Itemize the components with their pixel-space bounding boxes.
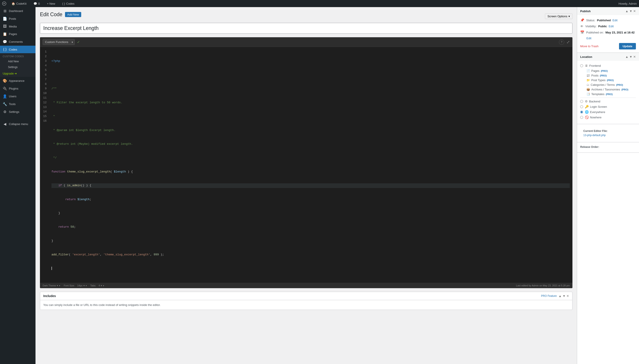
page-header: Edit Code Add New: [40, 12, 81, 18]
post-types-pro-badge[interactable]: (PRO): [607, 79, 614, 82]
location-label-login[interactable]: 🔑 Login Screen: [585, 105, 607, 108]
location-close[interactable]: ✕: [633, 55, 636, 58]
admin-bar-site[interactable]: 🏠 CodeKit: [10, 0, 28, 7]
includes-pro-label[interactable]: PRO Feature: [541, 294, 557, 298]
code-type-wrapper[interactable]: Custom Functions: [43, 39, 75, 45]
sidebar-item-settings[interactable]: Settings: [0, 64, 36, 70]
visibility-edit-link[interactable]: Edit: [609, 24, 613, 28]
visibility-row: 👁 Visibility: Public Edit: [580, 24, 636, 28]
published-edit-link[interactable]: Edit: [586, 36, 591, 40]
sidebar-item-media[interactable]: 🖼 Media: [0, 22, 36, 30]
sidebar-item-add-new[interactable]: Add New: [0, 58, 36, 64]
post-types-sub-icon: 📁: [586, 78, 590, 82]
codes-label: Codes: [66, 2, 75, 5]
admin-bar-codes[interactable]: { } Codes: [61, 0, 76, 7]
screen-options-button[interactable]: Screen Options ▾: [545, 14, 572, 19]
location-radio-backend[interactable]: [580, 100, 583, 103]
custom-codes-title: Custom Codes: [0, 53, 36, 58]
includes-toggle-icons: ▲ ▼ ✕: [558, 294, 569, 298]
upgrade-label: Upgrade ➜: [3, 72, 17, 75]
publish-arrow-up[interactable]: ▲: [625, 9, 628, 13]
check-icon[interactable]: ✓: [77, 40, 80, 44]
sidebar-label-codes: Codes: [9, 48, 17, 51]
published-label: Published on:: [586, 31, 604, 34]
includes-text: You can simply include a file or URL to …: [43, 303, 161, 306]
location-title: Location: [580, 55, 592, 58]
code-content[interactable]: <?php /** * Filter the excerpt length to…: [49, 50, 572, 280]
location-label-frontend[interactable]: 🖥 Frontend: [585, 64, 601, 68]
code-type-select[interactable]: Custom Functions: [43, 39, 75, 45]
sidebar-upgrade[interactable]: Upgrade ➜: [0, 70, 36, 77]
fullscreen-button[interactable]: ⤢: [566, 40, 570, 44]
includes-box-header[interactable]: Includes PRO Feature ▲ ▼ ✕: [40, 292, 572, 300]
admin-bar-comments[interactable]: 💬 0: [32, 0, 42, 7]
admin-bar-new[interactable]: + New: [45, 0, 57, 7]
add-new-button[interactable]: Add New: [65, 12, 81, 17]
includes-close[interactable]: ✕: [566, 294, 569, 298]
sidebar-item-comments[interactable]: 💬 Comments: [0, 38, 36, 46]
current-file-label: Current Editor File:: [583, 130, 633, 132]
wp-logo[interactable]: [2, 2, 6, 6]
location-arrow-down[interactable]: ▼: [629, 55, 632, 58]
location-sub-frontend: 📄 Pages (PRO) 📰 Posts (PRO) 📁 Post Types…: [586, 69, 636, 96]
includes-collapse-up[interactable]: ▲: [558, 294, 562, 298]
templates-pro-badge[interactable]: (PRO): [606, 93, 612, 96]
visibility-value: Public: [598, 24, 607, 28]
sidebar: ⊞ Dashboard 📄 Posts 🖼 Media 📋 Pages 💬 Co…: [0, 7, 36, 364]
sidebar-item-users[interactable]: 👤 Users: [0, 92, 36, 100]
categories-sub-icon: 🗂: [586, 83, 589, 86]
theme-dropdown[interactable]: Dark Theme ▾: [43, 284, 60, 287]
archives-sub-text: Archives / Taxonomies: [591, 88, 620, 91]
location-sub-pages: 📄 Pages (PRO): [586, 69, 636, 72]
current-editor-content: Current Editor File: 13-php-default.php: [580, 126, 636, 140]
screen-options-arrow: ▾: [568, 15, 570, 18]
font-size-dropdown[interactable]: Font Size: 14px ▾: [64, 284, 87, 287]
location-arrow-up[interactable]: ▲: [625, 55, 628, 58]
trash-link[interactable]: Move to Trash: [580, 44, 598, 48]
status-edit-link[interactable]: Edit: [612, 18, 617, 22]
sidebar-collapse[interactable]: ◀ Collapse menu: [0, 120, 36, 128]
location-radio-login[interactable]: [580, 105, 583, 108]
sidebar-item-plugins[interactable]: 🔌 Plugins: [0, 85, 36, 92]
nowhere-text: Nowhere: [590, 116, 601, 119]
tabs-dropdown[interactable]: Tabs: 4 ▾: [90, 284, 104, 287]
categories-pro-badge[interactable]: (PRO): [616, 84, 623, 86]
location-label-backend[interactable]: ⚙ Backend: [585, 100, 600, 103]
title-input[interactable]: [40, 23, 572, 34]
sidebar-label-users: Users: [9, 95, 17, 98]
location-radio-nowhere[interactable]: [580, 116, 583, 119]
location-label-everywhere[interactable]: 🌐 Everywhere: [585, 110, 605, 114]
includes-collapse-down[interactable]: ▼: [562, 294, 565, 298]
sidebar-item-tools[interactable]: 🔧 Tools: [0, 100, 36, 108]
sidebar-item-appearance[interactable]: 🎨 Appearance: [0, 77, 36, 85]
location-label-nowhere[interactable]: 🚫 Nowhere: [585, 116, 601, 119]
visibility-icon: 👁: [580, 24, 583, 28]
sidebar-item-dashboard[interactable]: ⊞ Dashboard: [0, 7, 36, 15]
backend-icon: ⚙: [585, 100, 588, 103]
pages-pro-badge[interactable]: (PRO): [601, 70, 608, 72]
sidebar-item-codes[interactable]: { } Codes: [0, 46, 36, 53]
frontend-text: Frontend: [589, 64, 601, 68]
frontend-icon: 🖥: [585, 64, 588, 68]
location-radio-everywhere[interactable]: [580, 110, 583, 114]
help-button[interactable]: ?: [559, 40, 564, 45]
current-file-link[interactable]: 13-php-default.php: [583, 134, 606, 137]
includes-content: You can simply include a file or URL to …: [40, 300, 572, 310]
location-radio-frontend[interactable]: [580, 64, 583, 67]
release-order-content: Release Order:: [577, 142, 639, 152]
publish-arrow-down[interactable]: ▼: [629, 9, 632, 13]
sidebar-item-pages[interactable]: 📋 Pages: [0, 30, 36, 38]
login-icon: 🔑: [585, 105, 589, 108]
publish-panel-header[interactable]: Publish ▲ ▼ ✕: [577, 7, 639, 15]
sidebar-item-posts[interactable]: 📄 Posts: [0, 15, 36, 22]
archives-pro-badge[interactable]: (PRO): [621, 88, 628, 91]
sidebar-label-settings: Settings: [9, 110, 19, 114]
location-panel-header[interactable]: Location ▲ ▼ ✕: [577, 53, 639, 61]
posts-pro-badge[interactable]: (PRO): [600, 74, 607, 77]
published-icon: 📅: [580, 30, 584, 34]
dashboard-icon: ⊞: [3, 9, 7, 13]
sidebar-item-settings[interactable]: ⚙ Settings: [0, 108, 36, 116]
publish-close[interactable]: ✕: [633, 9, 636, 13]
update-button[interactable]: Update: [619, 43, 636, 50]
pages-sub-icon: 📄: [586, 69, 590, 72]
